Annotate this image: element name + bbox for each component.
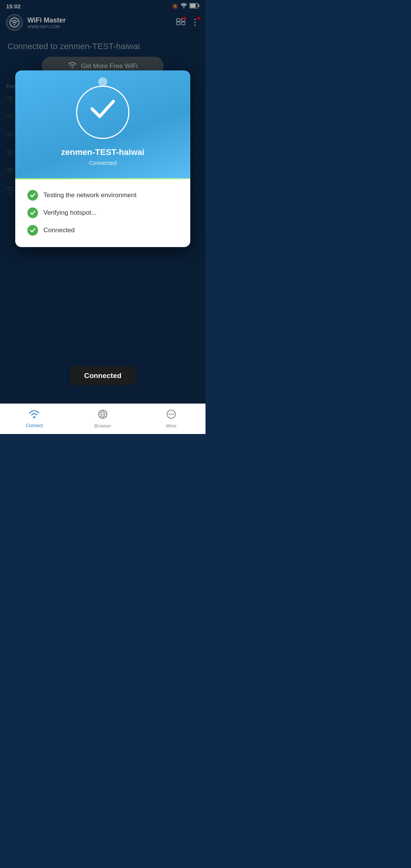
connect-nav-label: Connect — [26, 423, 43, 428]
green-check-icon-2 — [27, 207, 38, 218]
check-item-text-2: Verifying hotspot... — [43, 209, 97, 217]
nav-browser[interactable]: Browser — [68, 409, 137, 429]
toast-text: Connected — [84, 372, 121, 380]
modal-bottom: Testing the network environment Verifyin… — [15, 179, 190, 247]
bottom-nav: Connect Browser More — [0, 404, 206, 434]
svg-point-25 — [172, 413, 174, 415]
green-check-icon-1 — [27, 190, 38, 201]
success-check-circle — [76, 86, 129, 139]
browser-nav-icon — [98, 409, 108, 422]
svg-point-23 — [169, 413, 170, 415]
more-nav-label: More — [166, 423, 176, 429]
modal-top: zenmen-TEST-haiwai Connected — [15, 70, 190, 178]
svg-point-24 — [170, 413, 172, 415]
check-item-3: Connected — [27, 225, 178, 236]
check-item-text-3: Connected — [43, 227, 75, 234]
modal-connection-status: Connected — [89, 160, 117, 166]
check-item-2: Verifying hotspot... — [27, 207, 178, 218]
check-item-1: Testing the network environment — [27, 190, 178, 201]
connected-toast: Connected — [70, 366, 135, 385]
modal-handle-dot — [98, 77, 107, 86]
connect-nav-icon — [29, 410, 39, 421]
green-check-icon-3 — [27, 225, 38, 236]
more-nav-icon — [166, 409, 176, 422]
browser-nav-label: Browser — [94, 423, 111, 429]
check-item-text-1: Testing the network environment — [43, 191, 137, 199]
nav-connect[interactable]: Connect — [0, 410, 68, 428]
connection-modal: zenmen-TEST-haiwai Connected Testing the… — [15, 70, 190, 247]
svg-point-17 — [33, 416, 35, 418]
checkmark-icon — [89, 97, 116, 124]
modal-ssid: zenmen-TEST-haiwai — [61, 147, 145, 157]
nav-more[interactable]: More — [137, 409, 206, 429]
